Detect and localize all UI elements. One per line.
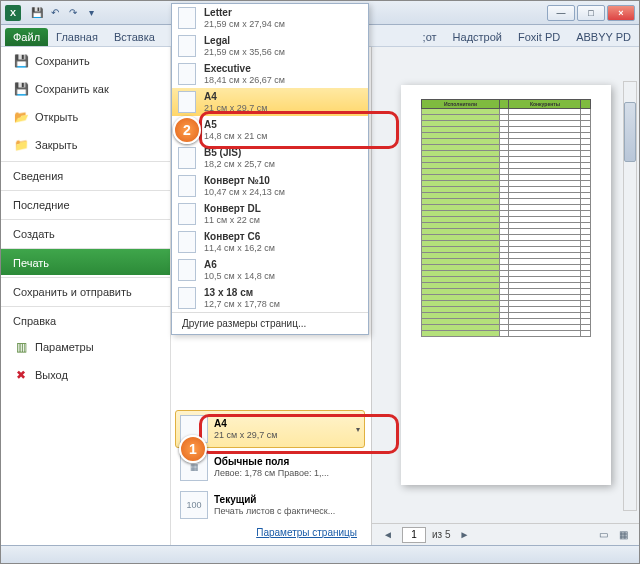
show-margins-icon[interactable]: ▦	[615, 527, 631, 543]
size-b5[interactable]: B5 (JIS)18,2 см x 25,7 см	[172, 144, 368, 172]
page-setup-link[interactable]: Параметры страницы	[256, 527, 357, 538]
maximize-button[interactable]: □	[577, 5, 605, 21]
status-bar	[1, 545, 639, 563]
scale-icon: 100	[180, 491, 208, 519]
excel-icon: X	[5, 5, 21, 21]
nav-open[interactable]: 📂Открыть	[1, 103, 170, 131]
qat-undo-icon[interactable]: ↶	[47, 5, 63, 21]
preview-pager: ◄ из 5 ► ▭ ▦	[372, 523, 639, 545]
page-icon	[178, 175, 196, 197]
preview-page: ИсполнителиКонкуренты	[401, 85, 611, 485]
pager-page-input[interactable]	[402, 527, 426, 543]
scroll-thumb[interactable]	[624, 102, 636, 162]
nav-new[interactable]: Создать	[1, 219, 170, 246]
exit-icon: ✖	[13, 367, 29, 383]
size-a5[interactable]: A514,8 см x 21 см	[172, 116, 368, 144]
quick-access-toolbar: 💾 ↶ ↷ ▾	[29, 5, 99, 21]
page-icon	[178, 203, 196, 225]
qat-more-icon[interactable]: ▾	[83, 5, 99, 21]
nav-recent[interactable]: Последние	[1, 190, 170, 217]
tab-insert[interactable]: Вставка	[106, 28, 163, 46]
save-icon: 💾	[13, 53, 29, 69]
close-file-icon: 📁	[13, 137, 29, 153]
print-settings: A421 см x 29,7 см ▾ ▦ Обычные поляЛевое:…	[171, 406, 369, 545]
size-13x18[interactable]: 13 x 18 см12,7 см x 17,78 см	[172, 284, 368, 312]
size-envelope-c6[interactable]: Конверт C611,4 см x 16,2 см	[172, 228, 368, 256]
nav-close[interactable]: 📁Закрыть	[1, 131, 170, 159]
open-icon: 📂	[13, 109, 29, 125]
minimize-button[interactable]: —	[547, 5, 575, 21]
size-more[interactable]: Другие размеры страниц...	[172, 312, 368, 334]
page-icon	[178, 35, 196, 57]
print-settings-panel: Letter21,59 см x 27,94 см Legal21,59 см …	[171, 47, 371, 545]
vertical-scrollbar[interactable]	[623, 81, 637, 511]
pager-of-label: из 5	[432, 529, 451, 540]
size-legal[interactable]: Legal21,59 см x 35,56 см	[172, 32, 368, 60]
setting-scale[interactable]: 100 ТекущийПечать листов с фактическ...	[175, 486, 365, 524]
size-a6[interactable]: A610,5 см x 14,8 см	[172, 256, 368, 284]
chevron-down-icon: ▾	[356, 425, 360, 434]
page-icon	[178, 63, 196, 85]
nav-print[interactable]: Печать	[1, 248, 170, 275]
close-button[interactable]: ×	[607, 5, 635, 21]
page-icon	[178, 259, 196, 281]
preview-table: ИсполнителиКонкуренты	[421, 99, 591, 337]
size-executive[interactable]: Executive18,41 см x 26,67 см	[172, 60, 368, 88]
zoom-to-page-icon[interactable]: ▭	[595, 527, 611, 543]
backstage-nav: 💾Сохранить 💾Сохранить как 📂Открыть 📁Закр…	[1, 47, 171, 545]
nav-help[interactable]: Справка	[1, 306, 170, 333]
annotation-callout-1: 1	[179, 435, 207, 463]
nav-exit[interactable]: ✖Выход	[1, 361, 170, 389]
tab-abbyy[interactable]: ABBYY PD	[568, 28, 639, 46]
nav-info[interactable]: Сведения	[1, 161, 170, 188]
size-envelope-10[interactable]: Конверт №1010,47 см x 24,13 см	[172, 172, 368, 200]
page-icon	[178, 231, 196, 253]
page-icon	[178, 7, 196, 29]
qat-save-icon[interactable]: 💾	[29, 5, 45, 21]
tab-addin2[interactable]: Надстрой	[445, 28, 510, 46]
nav-save-as[interactable]: 💾Сохранить как	[1, 75, 170, 103]
page-icon	[178, 287, 196, 309]
size-a4[interactable]: A421 см x 29,7 см	[172, 88, 368, 116]
qat-redo-icon[interactable]: ↷	[65, 5, 81, 21]
tab-addin1[interactable]: ;от	[415, 28, 445, 46]
nav-save[interactable]: 💾Сохранить	[1, 47, 170, 75]
options-icon: ▥	[13, 339, 29, 355]
size-envelope-dl[interactable]: Конверт DL11 см x 22 см	[172, 200, 368, 228]
size-letter[interactable]: Letter21,59 см x 27,94 см	[172, 4, 368, 32]
tab-foxit[interactable]: Foxit PD	[510, 28, 568, 46]
tab-home[interactable]: Главная	[48, 28, 106, 46]
save-as-icon: 💾	[13, 81, 29, 97]
pager-prev[interactable]: ◄	[380, 527, 396, 543]
annotation-callout-2: 2	[173, 116, 201, 144]
page-size-menu: Letter21,59 см x 27,94 см Legal21,59 см …	[171, 3, 369, 335]
pager-next[interactable]: ►	[457, 527, 473, 543]
print-preview: ИсполнителиКонкуренты ◄	[371, 47, 639, 545]
nav-options[interactable]: ▥Параметры	[1, 333, 170, 361]
tab-file[interactable]: Файл	[5, 28, 48, 46]
nav-share[interactable]: Сохранить и отправить	[1, 277, 170, 304]
page-icon	[178, 91, 196, 113]
page-icon	[178, 147, 196, 169]
